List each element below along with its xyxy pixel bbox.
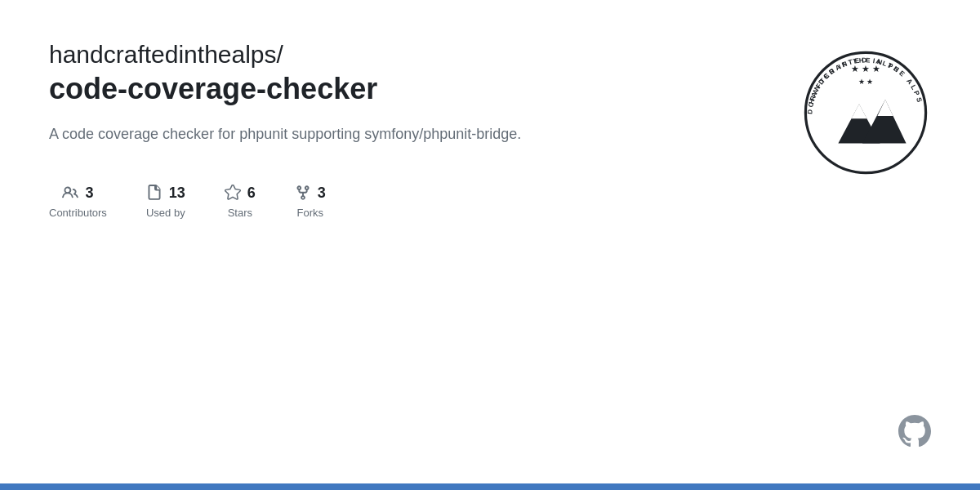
stat-stars[interactable]: 6 Stars — [225, 185, 256, 219]
used-by-icon — [146, 185, 163, 201]
github-icon-container[interactable] — [898, 415, 931, 451]
repo-name: code-coverage-checker — [49, 70, 751, 107]
contributors-count: 3 — [85, 185, 93, 202]
forks-label: Forks — [297, 207, 324, 219]
svg-text:★         ★: ★ ★ — [858, 78, 873, 86]
brand-logo: ★ ★ ★ ★ ★ HANDCRAFTED IN THE A — [800, 47, 931, 178]
stars-count: 6 — [247, 185, 256, 202]
fork-icon — [295, 185, 311, 201]
stat-top-used-by: 13 — [146, 185, 185, 202]
contributors-label: Contributors — [49, 207, 107, 219]
used-by-label: Used by — [146, 207, 185, 219]
stat-used-by[interactable]: 13 Used by — [146, 185, 185, 219]
repo-description: A code coverage checker for phpunit supp… — [49, 123, 539, 145]
left-section: handcraftedinthealps/ code-coverage-chec… — [49, 39, 751, 451]
stars-label: Stars — [228, 207, 252, 219]
stat-forks[interactable]: 3 Forks — [295, 185, 326, 219]
logo-section: ★ ★ ★ ★ ★ HANDCRAFTED IN THE A — [751, 39, 931, 451]
forks-count: 3 — [318, 185, 326, 202]
stat-top-contributors: 3 — [62, 185, 93, 202]
used-by-count: 13 — [169, 185, 185, 202]
stat-top-stars: 6 — [225, 185, 256, 202]
contributors-icon — [62, 185, 78, 201]
repo-namespace: handcraftedinthealps/ — [49, 39, 751, 70]
star-icon — [225, 185, 241, 201]
stats-row: 3 Contributors 13 Used by — [49, 185, 751, 219]
svg-text:★  ★  ★: ★ ★ ★ — [851, 64, 880, 74]
stat-top-forks: 3 — [295, 185, 326, 202]
main-content: handcraftedinthealps/ code-coverage-chec… — [0, 0, 980, 483]
github-icon[interactable] — [898, 415, 931, 448]
bottom-bar — [0, 483, 980, 490]
stat-contributors[interactable]: 3 Contributors — [49, 185, 107, 219]
